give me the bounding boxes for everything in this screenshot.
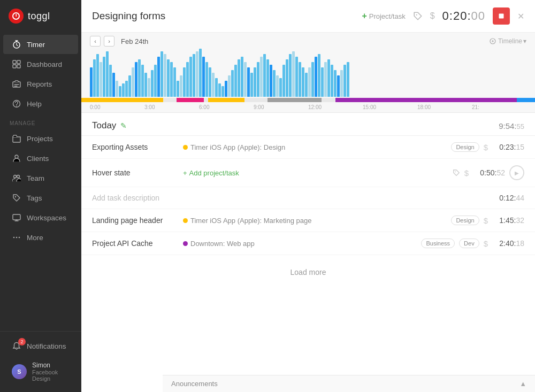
dollar-landing[interactable]: $ [484, 216, 488, 225]
timeline-header: ‹ › Feb 24th Timeline ▾ [81, 33, 535, 49]
sidebar-item-reports[interactable]: Reports [3, 74, 78, 94]
logo-area[interactable]: toggl [0, 0, 81, 32]
entry-actions-landing: Design $ 1:45:32 [451, 216, 524, 225]
load-more-button[interactable]: Load more [81, 255, 535, 289]
tag-icon-hover[interactable] [453, 169, 460, 176]
dollar-cache[interactable]: $ [484, 239, 488, 248]
chart-bar [157, 57, 160, 97]
project-info-exporting: Timer iOS App (Apple): Design [183, 143, 446, 151]
color-stripe [268, 98, 322, 102]
entry-time-hover: 0:50:52 [473, 168, 505, 177]
sidebar: toggl Timer Dashboard Reports [0, 0, 81, 392]
chart-bar [327, 59, 330, 97]
logo-text: toggl [28, 11, 50, 22]
svg-point-16 [16, 237, 18, 239]
add-project-button[interactable]: + Add project/task [183, 169, 239, 177]
project-dot-cache [183, 241, 188, 246]
timer-main: 0:20: [442, 9, 471, 22]
tag-badge-landing[interactable]: Design [451, 216, 479, 225]
sidebar-item-timer[interactable]: Timer [3, 35, 78, 54]
sidebar-item-help[interactable]: Help [3, 94, 78, 113]
plus-project-icon: + [183, 169, 187, 177]
projects-icon [12, 134, 21, 143]
chart-bar [138, 59, 141, 97]
notifications-item[interactable]: 2 Notifications [3, 336, 78, 356]
svg-point-17 [19, 237, 20, 239]
sidebar-item-workspaces[interactable]: Workspaces [3, 208, 78, 227]
close-button[interactable]: ✕ [517, 11, 524, 21]
chart-bar [308, 67, 311, 97]
tag-badge-exporting[interactable]: Design [451, 142, 479, 152]
svg-rect-3 [13, 60, 16, 64]
tag-icon[interactable] [413, 11, 423, 21]
chart-bar [257, 62, 259, 97]
chart-bar [347, 62, 349, 97]
entry-title-exporting[interactable]: Exporting Assets [92, 143, 178, 151]
dollar-hover[interactable]: $ [464, 168, 469, 178]
color-stripe [322, 98, 335, 102]
chart-bar [202, 57, 205, 97]
announcement-bar[interactable]: Anouncements ▲ [163, 375, 535, 392]
dollar-exporting[interactable]: $ [484, 143, 488, 152]
entry-title-add-task[interactable]: Add task description [92, 194, 178, 202]
sidebar-item-projects[interactable]: Projects [3, 129, 78, 148]
chart-bar [270, 65, 272, 97]
chart-bar [234, 65, 237, 97]
chart-bar [340, 70, 343, 97]
sidebar-item-team[interactable]: Team [3, 168, 78, 188]
user-profile-item[interactable]: S Simon Facebook Design [3, 356, 78, 387]
dollar-icon[interactable]: $ [430, 11, 435, 21]
prev-arrow[interactable]: ‹ [90, 36, 101, 47]
project-name-cache: Downtown: Web app [190, 240, 255, 248]
chart-bar [132, 67, 134, 97]
time-tick-5: 15:00 [363, 104, 417, 110]
timeline-link[interactable]: Timeline ▾ [490, 37, 526, 45]
timer-seconds: 00 [471, 9, 485, 22]
announcement-label: Anouncements [171, 380, 218, 388]
task-title[interactable]: Designing forms [92, 10, 355, 22]
sidebar-bottom: 2 Notifications S Simon Facebook Design [0, 331, 81, 392]
edit-icon[interactable]: ✎ [120, 121, 127, 130]
bell-icon: 2 [12, 341, 21, 351]
today-text: Today [92, 120, 116, 131]
today-section: Today ✎ 9:54:55 [81, 113, 535, 136]
entry-landing-page: Landing page header Timer iOS App (Apple… [81, 209, 535, 232]
workspaces-icon [12, 213, 21, 222]
chart-bar [244, 62, 247, 97]
chart-bar [292, 51, 295, 97]
chart-bar [254, 67, 256, 97]
svg-rect-5 [13, 65, 16, 68]
chart-bar [266, 59, 269, 97]
chart-bar [122, 83, 125, 97]
tag-badge-cache-1[interactable]: Business [421, 239, 455, 248]
chart-bar [106, 51, 109, 97]
sidebar-item-more[interactable]: More [3, 228, 78, 247]
sidebar-item-tags[interactable]: Tags [3, 188, 78, 207]
next-arrow[interactable]: › [104, 36, 114, 47]
svg-point-21 [455, 171, 456, 172]
chart-bar [160, 51, 163, 97]
color-stripe [81, 98, 163, 102]
entry-title-cache[interactable]: Project API Cache [92, 239, 178, 248]
entry-title-hover[interactable]: Hover state [92, 168, 178, 177]
sidebar-item-clients[interactable]: Clients [3, 149, 78, 168]
entry-time-cache: 2:40:18 [492, 239, 524, 248]
tag-badge-cache-2[interactable]: Dev [459, 239, 479, 248]
chart-bar [199, 49, 202, 97]
play-button-hover[interactable]: ▶ [509, 165, 524, 180]
color-stripe [244, 98, 267, 102]
entry-title-landing[interactable]: Landing page header [92, 216, 178, 225]
chart-bar [260, 57, 263, 97]
notifications-label: Notifications [27, 342, 66, 350]
project-task-button[interactable]: + Project/task [362, 11, 405, 21]
chart-bar [305, 73, 308, 97]
entry-project-api-cache: Project API Cache Downtown: Web app Busi… [81, 232, 535, 255]
chart-bar [135, 62, 137, 97]
sidebar-item-dashboard[interactable]: Dashboard [3, 55, 78, 74]
timeline-nav: ‹ › Feb 24th [90, 36, 148, 47]
reports-icon [12, 79, 21, 89]
chart-bar [189, 57, 192, 97]
help-icon [12, 99, 21, 109]
project-name-landing: Timer iOS App (Apple): Marketing page [190, 217, 311, 225]
stop-button[interactable] [493, 7, 510, 25]
